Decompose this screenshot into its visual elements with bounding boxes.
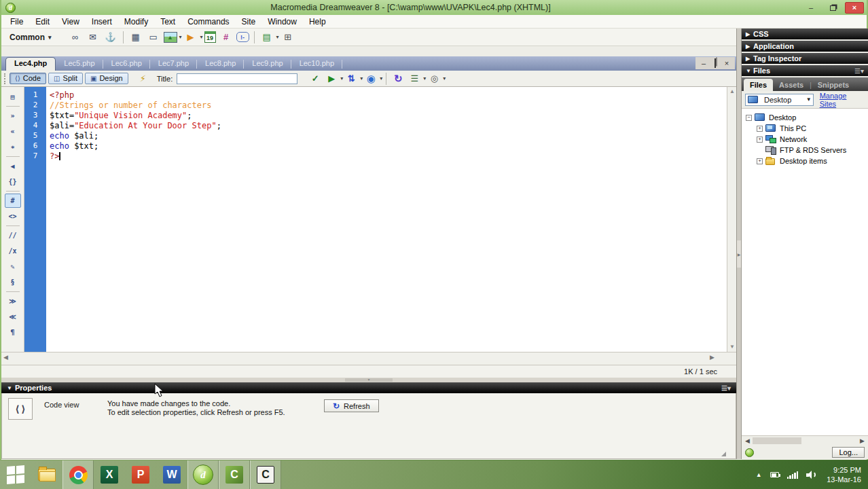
scroll-right-icon[interactable]: ▶ bbox=[710, 354, 715, 361]
balance-braces-icon[interactable]: {} bbox=[5, 175, 21, 189]
panel-header-tag-inspector[interactable]: ▶Tag Inspector bbox=[742, 53, 868, 64]
date-icon[interactable]: 19 bbox=[204, 31, 216, 43]
doc-restore-button[interactable] bbox=[710, 59, 720, 67]
chevron-down-icon[interactable]: ▾ bbox=[179, 34, 182, 40]
menu-text[interactable]: Text bbox=[154, 16, 181, 28]
document-tab-lec5-php[interactable]: Lec5.php bbox=[56, 58, 103, 71]
check-page-icon[interactable]: ✓ bbox=[307, 72, 323, 86]
recent-snippets-icon[interactable]: § bbox=[5, 275, 21, 289]
network-signal-icon[interactable] bbox=[787, 471, 799, 479]
files-panel-header[interactable]: ▼ Files ☰▾ bbox=[742, 65, 868, 76]
insert-div-icon[interactable]: ▭ bbox=[146, 31, 161, 44]
hyperlink-icon[interactable]: ∞ bbox=[68, 31, 83, 44]
menu-modify[interactable]: Modify bbox=[118, 16, 154, 28]
email-link-icon[interactable]: ✉ bbox=[86, 31, 101, 44]
images-icon[interactable]: ▲ bbox=[164, 32, 177, 43]
word-taskbar-button[interactable]: W bbox=[156, 460, 187, 489]
tree-expander-icon[interactable]: + bbox=[757, 126, 763, 132]
properties-options-icon[interactable]: ☰▾ bbox=[721, 384, 731, 392]
document-tab-lec10-php[interactable]: Lec10.php bbox=[291, 58, 342, 71]
comment-icon[interactable]: !- bbox=[236, 32, 249, 42]
properties-header[interactable]: ▼ Properties ☰▾ bbox=[1, 382, 736, 393]
code-editor[interactable]: <?php//Strings or number of characters$t… bbox=[46, 87, 727, 352]
menu-site[interactable]: Site bbox=[236, 16, 262, 28]
tree-expander-icon[interactable]: − bbox=[746, 115, 752, 121]
collapse-dock-icon[interactable]: ▶ bbox=[737, 240, 741, 268]
scroll-right-icon[interactable]: ▶ bbox=[860, 437, 865, 444]
server-include-icon[interactable]: # bbox=[219, 31, 234, 44]
panel-tab-assets[interactable]: Assets bbox=[773, 79, 810, 91]
camtasia-taskbar-button[interactable]: C bbox=[219, 460, 250, 489]
splitter-handle[interactable]: ▾ bbox=[345, 378, 393, 382]
document-tab-lec9-php[interactable]: Lec9.php bbox=[244, 58, 291, 71]
menu-insert[interactable]: Insert bbox=[86, 16, 118, 28]
collapse-selection-icon[interactable]: « bbox=[5, 124, 21, 139]
scroll-up-icon[interactable]: ▲ bbox=[727, 87, 737, 96]
named-anchor-icon[interactable]: ⚓ bbox=[103, 31, 118, 44]
templates-icon[interactable]: ▤ bbox=[259, 31, 274, 44]
camtasia-recorder-taskbar-button[interactable]: C bbox=[250, 460, 281, 489]
site-selector[interactable]: Desktop ▼ bbox=[745, 94, 814, 106]
file-explorer-taskbar-button[interactable] bbox=[31, 460, 62, 489]
menu-view[interactable]: View bbox=[56, 16, 86, 28]
dreamweaver-taskbar-button[interactable]: d bbox=[187, 460, 219, 489]
open-documents-icon[interactable]: ▤ bbox=[5, 90, 21, 104]
refresh-button[interactable]: ↻ Refresh bbox=[324, 399, 379, 412]
manage-sites-link[interactable]: Manage Sites bbox=[820, 92, 865, 108]
menu-window[interactable]: Window bbox=[261, 16, 303, 28]
scroll-left-icon[interactable]: ◀ bbox=[745, 437, 750, 444]
panel-header-application[interactable]: ▶Application bbox=[742, 41, 868, 52]
line-numbers-icon[interactable]: # bbox=[5, 194, 21, 208]
split-view-button[interactable]: ◫ Split bbox=[48, 73, 83, 84]
insert-category-select[interactable]: Common ▾ bbox=[10, 33, 52, 42]
tray-expand-icon[interactable]: ▲ bbox=[756, 471, 762, 478]
apply-comment-icon[interactable]: // bbox=[5, 228, 21, 242]
code-view-button[interactable]: ⟨⟩ Code bbox=[10, 73, 46, 84]
menu-help[interactable]: Help bbox=[303, 16, 332, 28]
panel-splitter[interactable]: ▾ bbox=[1, 378, 736, 382]
horizontal-scrollbar[interactable]: ◀ ▶ bbox=[1, 352, 736, 362]
excel-taskbar-button[interactable]: X bbox=[94, 460, 125, 489]
tree-item-ftp-rds-servers[interactable]: FTP & RDS Servers bbox=[742, 145, 868, 156]
file-management-icon[interactable]: ⇅ bbox=[343, 72, 359, 86]
close-button[interactable]: × bbox=[845, 2, 864, 14]
volume-icon[interactable] bbox=[806, 471, 816, 479]
doc-close-button[interactable]: × bbox=[722, 59, 731, 67]
document-tab-lec7-php[interactable]: Lec7.php bbox=[150, 58, 197, 71]
taskbar-clock[interactable]: 9:25 PM 13-Mar-16 bbox=[827, 465, 861, 484]
dock-splitter[interactable]: ▶ bbox=[736, 29, 742, 459]
tree-item-desktop-items[interactable]: +Desktop items bbox=[742, 156, 868, 166]
format-source-code-icon[interactable]: ¶ bbox=[5, 325, 21, 340]
chevron-down-icon[interactable]: ▾ bbox=[200, 34, 203, 40]
remove-comment-icon[interactable]: /x bbox=[5, 244, 21, 258]
doc-minimize-button[interactable]: – bbox=[699, 59, 708, 67]
quick-tag-icon[interactable]: ⚡︎ bbox=[140, 73, 146, 84]
browser-globe-icon[interactable]: ◉ bbox=[363, 72, 379, 86]
highlight-invalid-code-icon[interactable]: <> bbox=[5, 209, 21, 223]
outdent-code-icon[interactable]: ≪ bbox=[5, 310, 21, 324]
tree-expander-icon[interactable]: + bbox=[757, 137, 763, 143]
minimize-button[interactable]: – bbox=[801, 2, 820, 14]
tree-item-network[interactable]: +Network bbox=[742, 134, 868, 145]
powerpoint-taskbar-button[interactable]: P bbox=[125, 460, 156, 489]
refresh-design-view-icon[interactable]: ↻ bbox=[390, 72, 406, 86]
files-options-icon[interactable]: ☰▾ bbox=[854, 67, 864, 75]
battery-icon[interactable] bbox=[770, 472, 779, 477]
menu-edit[interactable]: Edit bbox=[29, 16, 56, 28]
restore-button[interactable] bbox=[823, 2, 842, 14]
visual-aids-icon[interactable]: ◎ bbox=[426, 72, 442, 86]
panel-tab-snippets[interactable]: Snippets bbox=[812, 79, 855, 91]
vertical-scrollbar[interactable]: ▲ ▼ bbox=[727, 87, 736, 352]
files-horizontal-scrollbar[interactable]: ◀ ▶ bbox=[742, 435, 868, 446]
media-icon[interactable]: ▶ bbox=[183, 31, 198, 44]
panel-tab-files[interactable]: Files bbox=[744, 79, 773, 91]
panel-header-css[interactable]: ▶CSS bbox=[742, 29, 868, 39]
menu-commands[interactable]: Commands bbox=[181, 16, 235, 28]
chevron-down-icon[interactable]: ▾ bbox=[276, 34, 279, 40]
preview-debug-icon[interactable]: ▶ bbox=[323, 72, 340, 86]
scroll-down-icon[interactable]: ▼ bbox=[727, 342, 737, 352]
expand-all-icon[interactable]: ∗ bbox=[5, 140, 21, 154]
start-taskbar-button[interactable] bbox=[0, 460, 31, 489]
select-parent-tag-icon[interactable]: ◀ bbox=[5, 159, 21, 173]
scroll-left-icon[interactable]: ◀ bbox=[3, 354, 8, 361]
